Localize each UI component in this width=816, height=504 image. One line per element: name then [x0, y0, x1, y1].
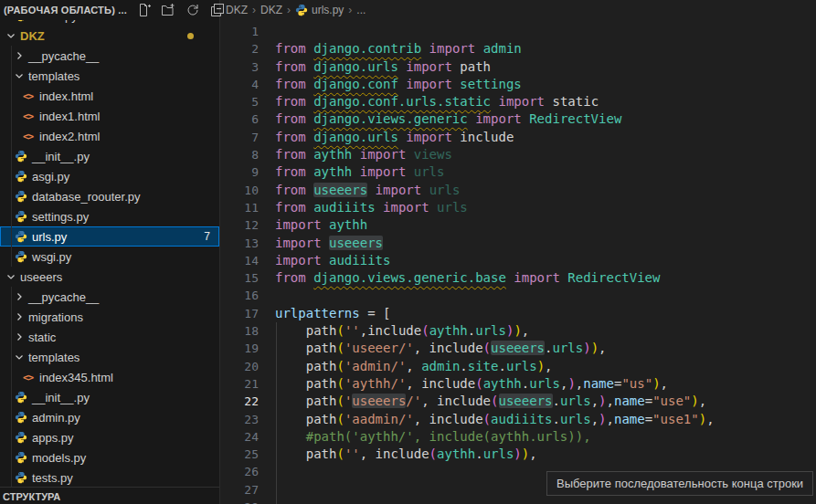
code-line[interactable]: 21 path('aythh/', include(aythh.urls,),n… — [220, 375, 816, 393]
tree-item-dkz[interactable]: DKZ — [0, 26, 219, 46]
code-line[interactable]: 11from audiiits import urls — [220, 199, 816, 216]
breadcrumb-segment[interactable]: DKZ — [260, 4, 282, 16]
code-line[interactable]: 23 path('aadmin/', include(audiiits.urls… — [220, 411, 816, 428]
breadcrumb-segment[interactable]: DKZ — [226, 4, 248, 16]
code-line[interactable]: 17urlpatterns = [ — [220, 305, 816, 322]
code-text: import audiiits — [275, 252, 390, 269]
python-file-icon — [14, 391, 27, 404]
code-line[interactable]: 5from django.conf.urls.static import sta… — [220, 93, 816, 110]
tree-item-models-py[interactable]: models.py — [0, 447, 219, 467]
tree-item--pycache-[interactable]: __pycache__ — [0, 46, 219, 66]
chevron-down-icon — [5, 271, 16, 282]
html-file-icon: <> — [21, 110, 35, 123]
tree-indent-guide — [11, 46, 12, 267]
code-line[interactable]: 25 path('', include(aythh.urls)), — [220, 446, 816, 463]
line-number: 7 — [220, 129, 259, 146]
code-line[interactable]: 19 path('useeer/', include(useeers.urls)… — [220, 340, 816, 357]
code-text: path('useeers/', include(useeers.urls,),… — [275, 393, 706, 410]
tree-item-templates[interactable]: templates — [0, 66, 219, 86]
file-tree: views.pyDKZ__pycache__templates<>index.h… — [0, 5, 219, 488]
code-text: path('useeer/', include(useeers.urls)), — [275, 340, 607, 357]
code-line[interactable]: 2from django.contrib import admin — [220, 40, 816, 58]
breadcrumb-label: DKZ — [226, 4, 248, 16]
tree-item-wsgi-py[interactable]: wsgi.py — [0, 247, 219, 267]
breadcrumb-label: ... — [356, 4, 366, 16]
code-text: from django.views.generic.base import Re… — [275, 269, 660, 287]
line-number: 21 — [220, 375, 259, 393]
code-line[interactable]: 20 path('admin/', admin.site.urls), — [220, 358, 816, 375]
code-line[interactable]: 22 path('useeers/', include(useeers.urls… — [220, 393, 816, 410]
code-line[interactable]: 6from django.views.generic import Redire… — [220, 110, 816, 128]
tree-item-asgi-py[interactable]: asgi.py — [0, 166, 219, 186]
tree-item-index345-html[interactable]: <>index345.html — [0, 367, 219, 387]
breadcrumb-label: urls.py — [312, 4, 344, 16]
tree-item-admin-py[interactable]: admin.py — [0, 407, 219, 427]
code-line[interactable]: 10from useeers import urls — [220, 182, 816, 199]
code-line[interactable]: 12import aythh — [220, 216, 816, 234]
code-line[interactable]: 28 — [220, 499, 816, 504]
tree-item-tests-py[interactable]: tests.py — [0, 467, 219, 488]
tree-item-database-roouter-py[interactable]: database_roouter.py — [0, 186, 219, 206]
tree-item-label: urls.py — [32, 230, 67, 244]
breadcrumb-segment[interactable]: ... — [356, 4, 366, 16]
code-line[interactable]: 7from django.urls import include — [220, 129, 816, 146]
tree-item-settings-py[interactable]: settings.py — [0, 206, 219, 226]
code-line[interactable]: 3from django.urls import path — [220, 58, 816, 76]
new-folder-icon[interactable] — [161, 3, 175, 17]
python-file-icon — [14, 250, 27, 264]
tree-item-index2-html[interactable]: <>index2.html — [0, 126, 219, 146]
tree-item-index-html[interactable]: <>index.html — [0, 86, 219, 106]
tree-item--init-py[interactable]: __init__.py — [0, 146, 219, 166]
line-number: 2 — [220, 40, 259, 58]
tree-item--init-py[interactable]: __init__.py — [0, 387, 219, 407]
code-lines[interactable]: 12from django.contrib import admin3from … — [220, 23, 816, 504]
python-file-icon — [14, 411, 27, 425]
code-line[interactable]: 8from aythh import views — [220, 146, 816, 163]
code-line[interactable]: 14import audiiits — [220, 252, 816, 269]
code-text: from django.contrib import admin — [275, 40, 522, 58]
html-file-icon: <> — [21, 371, 35, 384]
tree-item-apps-py[interactable]: apps.py — [0, 427, 219, 447]
tree-item-migrations[interactable]: migrations — [0, 307, 219, 327]
tree-item-label: useeers — [20, 270, 62, 284]
eol-sequence-tooltip: Выберите последовательность конца строки — [546, 471, 813, 496]
tree-item-label: __init__.py — [32, 150, 90, 163]
tree-item-label: index1.html — [39, 110, 100, 123]
tree-item-label: index2.html — [39, 130, 100, 143]
code-line[interactable]: 24 #path('aythh/', include(aythh.urls)), — [220, 428, 816, 446]
code-line[interactable]: 13import useeers — [220, 235, 816, 252]
line-number: 5 — [220, 93, 259, 110]
line-number: 17 — [220, 305, 259, 322]
tree-item--pycache-[interactable]: __pycache__ — [0, 287, 219, 307]
tree-item-label: wsgi.py — [32, 250, 71, 264]
code-line[interactable]: 18 path('',include(aythh.urls)), — [220, 322, 816, 340]
breadcrumb-segment[interactable]: urls.py — [295, 4, 344, 16]
explorer-actions — [136, 3, 225, 17]
breadcrumb: DKZ›DKZ›urls.py›... — [226, 0, 366, 20]
collapse-all-icon[interactable] — [210, 3, 225, 17]
tree-item-index1-html[interactable]: <>index1.html — [0, 106, 219, 126]
tree-item-static[interactable]: static — [0, 327, 219, 347]
code-text: path('aadmin/', include(audiiits.urls,),… — [275, 411, 715, 428]
refresh-icon[interactable] — [185, 3, 200, 17]
python-file-icon — [14, 170, 27, 184]
editor-pane[interactable]: DKZ›DKZ›urls.py›... 12from django.contri… — [220, 0, 816, 504]
breadcrumb-label: DKZ — [260, 4, 282, 16]
line-number: 27 — [220, 481, 259, 499]
outline-section-header[interactable]: СТРУКТУРА — [0, 487, 219, 504]
tree-item-templates[interactable]: templates — [0, 347, 219, 367]
code-line[interactable]: 4from django.conf import settings — [220, 76, 816, 93]
line-number: 10 — [220, 182, 259, 199]
code-line[interactable]: 9from aythh import urls — [220, 163, 816, 181]
new-file-icon[interactable] — [136, 3, 151, 17]
code-line[interactable]: 15from django.views.generic.base import … — [220, 269, 816, 287]
chevron-down-icon — [14, 352, 25, 362]
code-line[interactable]: 16 — [220, 287, 816, 304]
tree-item-label: index.html — [39, 89, 93, 103]
tree-item-urls-py[interactable]: urls.py7 — [0, 226, 219, 247]
tree-item-useeers[interactable]: useeers — [0, 267, 219, 287]
modified-dot-badge — [187, 33, 194, 39]
line-number: 6 — [220, 110, 259, 128]
line-number: 28 — [220, 499, 259, 504]
code-line[interactable]: 1 — [220, 23, 816, 40]
